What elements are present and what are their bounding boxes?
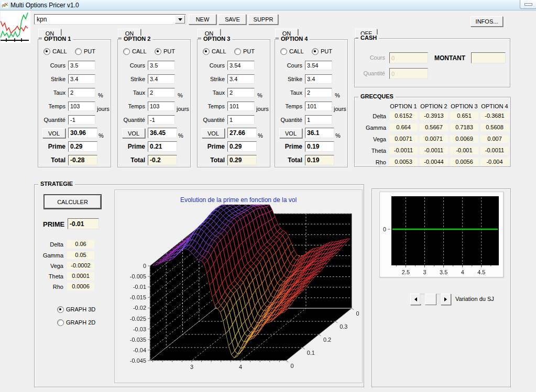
montant-field[interactable] (471, 52, 506, 63)
jours-suffix: jours (256, 106, 269, 112)
option1-prime-field[interactable] (68, 141, 97, 152)
window-title: Multi Options Pricer v1.0 (10, 2, 79, 9)
graph3d-label: GRAPH 3D (66, 306, 95, 312)
pct-suffix: % (335, 132, 341, 139)
grecques-header-1: OPTION 1 (389, 103, 418, 109)
option3-vol-button[interactable]: VOL (202, 128, 225, 138)
option2-total-field[interactable] (148, 155, 177, 165)
cash-quantite-field[interactable] (389, 68, 428, 79)
option3-strike-field[interactable] (227, 74, 255, 84)
option1-vol-button[interactable]: VOL (42, 128, 65, 138)
strategie-greek-value: 0.05 (67, 251, 94, 259)
cash-cours-field[interactable] (389, 52, 428, 63)
option1-strike-field[interactable] (68, 74, 95, 84)
temps-label: Temps (38, 103, 65, 109)
option2-quantite-field[interactable] (148, 115, 175, 125)
option3-total-field[interactable] (227, 155, 257, 165)
save-button[interactable]: SAVE (218, 14, 246, 25)
variation-label: Variation du SJ (455, 296, 494, 302)
option2-prime-field[interactable] (148, 141, 177, 152)
surface-chart-title: Evolution de la prime en fonction de la … (115, 196, 362, 204)
scrollbar-thumb[interactable] (425, 294, 436, 305)
arrow-right-icon (444, 297, 449, 301)
suppr-button[interactable]: SUPPR (248, 14, 278, 25)
option3-taux-field[interactable] (227, 88, 255, 97)
strategie-prime-field[interactable] (68, 218, 99, 229)
graph3d-radio[interactable] (57, 306, 64, 313)
option1-cours-field[interactable] (68, 61, 95, 70)
taux-label: Taux (118, 89, 145, 96)
graph2d-radio[interactable] (57, 319, 64, 326)
app-window: { "window": { "title": "Multi Options Pr… (0, 0, 536, 392)
strike-label: Strike (275, 76, 302, 82)
option2-vol-field[interactable] (148, 128, 177, 138)
option3-put-radio[interactable] (234, 48, 241, 55)
option4-taux-field[interactable] (305, 88, 332, 97)
scrollbar-right-button[interactable] (441, 294, 451, 305)
cash-quantite-label: Quantité (358, 70, 385, 76)
symbol-value: kpn (37, 16, 47, 23)
grecques-cell: -0.001 (450, 147, 478, 154)
option3-quantite-field[interactable] (227, 115, 255, 125)
option4-temps-field[interactable] (305, 102, 332, 111)
option2-cours-field[interactable] (148, 61, 175, 70)
option2-temps-field[interactable] (148, 102, 175, 111)
put-label: PUT (321, 48, 332, 54)
strike-label: Strike (198, 76, 225, 82)
option3-cours-field[interactable] (227, 61, 255, 70)
taux-label: Taux (275, 89, 302, 96)
option1-temps-field[interactable] (68, 102, 95, 111)
cours-label: Cours (198, 62, 225, 69)
minimize-button[interactable] (520, 0, 536, 9)
option1-call-radio[interactable] (43, 48, 50, 55)
total-label: Total (275, 156, 302, 164)
option1-taux-field[interactable] (68, 88, 95, 97)
option4-cours-field[interactable] (305, 61, 332, 70)
strategie-title: STRATEGIE (38, 181, 75, 187)
grecques-cell: 0.0071 (420, 135, 448, 143)
cours-label: Cours (38, 62, 65, 69)
symbol-combobox[interactable]: kpn (34, 14, 186, 25)
option4-quantite-field[interactable] (305, 115, 332, 125)
scrollbar-left-button[interactable] (410, 294, 421, 305)
infos-button[interactable]: INFOS... (471, 16, 503, 27)
option3-temps-field[interactable] (227, 102, 255, 111)
option4-strike-field[interactable] (305, 74, 332, 84)
option4-put-radio[interactable] (312, 48, 319, 55)
option4-vol-button[interactable]: VOL (279, 128, 302, 138)
scrollbar-track[interactable] (420, 294, 441, 304)
grecques-cell: 0.0069 (450, 135, 478, 143)
grecques-cell: -0.0044 (420, 158, 448, 166)
grecques-cell: -0.3681 (480, 112, 509, 120)
option2-call-radio[interactable] (123, 48, 130, 55)
pct-suffix: % (98, 92, 103, 98)
option3-call-radio[interactable] (203, 48, 210, 55)
option2-vol-button[interactable]: VOL (122, 128, 145, 138)
montant-label: MONTANT (434, 54, 465, 62)
grecques-cell: -0.0011 (389, 147, 418, 154)
option2-title: OPTION 2 (122, 36, 152, 42)
option4-call-radio[interactable] (280, 48, 287, 55)
option3-prime-field[interactable] (227, 141, 257, 152)
option1-vol-field[interactable] (68, 128, 97, 138)
strategie-greek-value: -0.0002 (67, 262, 94, 270)
strategie-greek-label: Vega (35, 263, 63, 269)
option4-vol-field[interactable] (305, 128, 334, 138)
option4-total-field[interactable] (305, 155, 334, 165)
surface-chart-panel: Evolution de la prime en fonction de la … (114, 189, 363, 383)
option2-strike-field[interactable] (148, 74, 175, 84)
pct-suffix: % (258, 132, 263, 139)
combobox-dropdown-button[interactable] (175, 15, 185, 24)
option1-quantite-field[interactable] (68, 115, 95, 125)
option2-taux-field[interactable] (148, 88, 175, 97)
put-label: PUT (84, 48, 95, 54)
pct-suffix: % (99, 132, 104, 139)
grecques-cell: 0.0053 (389, 158, 418, 166)
option4-prime-field[interactable] (305, 141, 334, 152)
option1-put-radio[interactable] (75, 48, 82, 55)
calculer-button[interactable]: CALCULER (43, 194, 102, 209)
option2-put-radio[interactable] (155, 48, 161, 55)
new-button[interactable]: NEW (189, 14, 216, 25)
option1-total-field[interactable] (68, 155, 97, 165)
option3-vol-field[interactable] (227, 128, 257, 138)
